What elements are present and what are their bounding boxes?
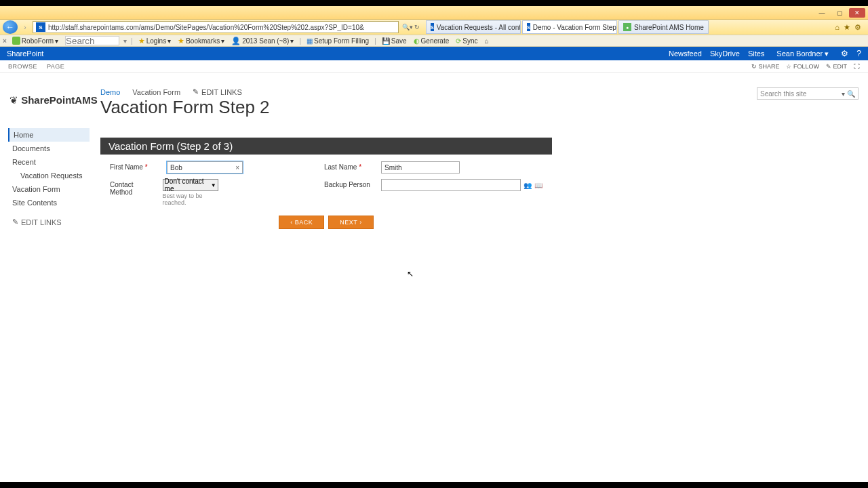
search-icon[interactable]: 🔍 bbox=[847, 90, 855, 98]
save-label: Save bbox=[391, 37, 407, 45]
roboform-icon bbox=[12, 37, 20, 45]
follow-button[interactable]: ☆ FOLLOW bbox=[786, 63, 819, 70]
identity-label: 2013 Sean (~8) bbox=[242, 37, 289, 45]
tab-browse[interactable]: BROWSE bbox=[8, 63, 37, 70]
forward-icon[interactable]: › bbox=[20, 20, 30, 34]
tools-icon[interactable]: ⚙ bbox=[854, 23, 861, 32]
toolbar-close-icon[interactable]: × bbox=[3, 37, 7, 45]
disk-icon: 💾 bbox=[382, 37, 390, 45]
focus-icon[interactable]: ⛶ bbox=[854, 63, 860, 70]
form-header: Vacation Form (Step 2 of 3) bbox=[100, 138, 552, 155]
backup-person-input[interactable] bbox=[381, 179, 521, 191]
sync-button[interactable]: ⟳Sync bbox=[454, 37, 479, 45]
refresh-icon[interactable]: ↻ bbox=[414, 24, 420, 30]
browser-window: — ▢ ✕ ← › S http://staff.sharepointams.c… bbox=[0, 6, 868, 482]
browse-icon[interactable]: 📖 bbox=[534, 182, 542, 189]
search-dropdown-icon[interactable]: 🔍▾ bbox=[402, 24, 413, 30]
contact-method-select[interactable]: Don't contact me ▼ bbox=[163, 179, 218, 191]
home-icon: ⌂ bbox=[485, 37, 489, 45]
suite-brand[interactable]: SharePoint bbox=[7, 49, 669, 58]
url-text: http://staff.sharepointams.com/ams/Demo/… bbox=[48, 24, 364, 31]
tab-label: SharePoint AMS Home bbox=[634, 24, 704, 31]
letterbox-top bbox=[0, 0, 868, 6]
identity-menu[interactable]: 👤2013 Sean (~8) ▾ bbox=[230, 37, 295, 45]
person-icon: 👤 bbox=[231, 37, 241, 45]
skydrive-link[interactable]: SkyDrive bbox=[710, 49, 740, 58]
home-icon[interactable]: ⌂ bbox=[835, 23, 840, 32]
site-logo[interactable]: ❦ SharePointAMS bbox=[9, 94, 98, 106]
contact-method-value: Don't contact me bbox=[165, 178, 211, 192]
star-icon: ★ bbox=[138, 37, 145, 45]
share-button[interactable]: ↻ SHARE bbox=[751, 63, 780, 70]
last-name-label: Last Name * bbox=[324, 161, 376, 171]
save-button[interactable]: 💾Save bbox=[380, 37, 408, 45]
back-button[interactable]: ‹ BACK bbox=[279, 216, 324, 229]
roboform-toolbar: × RoboForm ▾ ▾ | ★Logins ▾ ★Bookmarks ▾ … bbox=[0, 35, 868, 47]
generate-label: Generate bbox=[421, 37, 450, 45]
roboform-search-input[interactable] bbox=[65, 36, 119, 45]
sidebar-item-recent[interactable]: Recent bbox=[8, 155, 90, 169]
sidebar-item-vacation-requests[interactable]: Vacation Requests bbox=[8, 169, 90, 182]
address-input[interactable]: S http://staff.sharepointams.com/ams/Dem… bbox=[33, 21, 399, 33]
sidebar-item-site-contents[interactable]: Site Contents bbox=[8, 196, 90, 209]
edit-button[interactable]: ✎ EDIT bbox=[826, 63, 847, 70]
ribbon: BROWSE PAGE ↻ SHARE ☆ FOLLOW ✎ EDIT ⛶ bbox=[0, 60, 868, 73]
maximize-button[interactable]: ▢ bbox=[831, 8, 848, 18]
backup-person-label: Backup Person bbox=[324, 179, 376, 188]
form-body: First Name * Bob × Last Name * Smith bbox=[100, 155, 552, 241]
search-dropdown-icon[interactable]: ▾ bbox=[842, 90, 845, 98]
first-name-label: First Name * bbox=[110, 161, 161, 171]
sync-icon: ⟳ bbox=[456, 37, 461, 45]
pencil-icon: ✎ bbox=[12, 218, 18, 226]
tab-favicon-icon: S bbox=[527, 23, 530, 31]
letterbox-bottom bbox=[0, 482, 868, 488]
close-button[interactable]: ✕ bbox=[849, 8, 865, 18]
tab-label: Vacation Requests - All contacts bbox=[437, 24, 521, 31]
first-name-input[interactable]: Bob × bbox=[167, 161, 243, 174]
address-controls: 🔍▾ ↻ bbox=[401, 24, 420, 30]
sync-label: Sync bbox=[462, 37, 477, 45]
edit-links-button[interactable]: ✎EDIT LINKS bbox=[193, 87, 242, 96]
window-titlebar[interactable]: — ▢ ✕ bbox=[0, 6, 868, 20]
back-icon[interactable]: ← bbox=[3, 20, 18, 34]
clear-icon[interactable]: × bbox=[235, 164, 239, 171]
user-menu[interactable]: Sean Bordner ▾ bbox=[772, 49, 833, 58]
breadcrumb-demo[interactable]: Demo bbox=[100, 88, 120, 96]
first-name-value: Bob bbox=[170, 164, 182, 171]
tab-vacation-requests[interactable]: S Vacation Requests - All contacts bbox=[426, 20, 521, 34]
bookmarks-menu[interactable]: ★Bookmarks ▾ bbox=[176, 37, 226, 45]
tab-page[interactable]: PAGE bbox=[47, 63, 64, 70]
help-icon[interactable]: ? bbox=[856, 49, 861, 58]
edit-links-button[interactable]: ✎EDIT LINKS bbox=[8, 215, 90, 229]
mouse-cursor: ↖ bbox=[407, 269, 414, 279]
logins-menu[interactable]: ★Logins ▾ bbox=[137, 37, 172, 45]
favorites-icon[interactable]: ★ bbox=[844, 23, 850, 32]
setup-label: Setup Form Filling bbox=[314, 37, 369, 45]
setup-form-filling[interactable]: ▦Setup Form Filling bbox=[305, 37, 370, 45]
bookmarks-label: Bookmarks bbox=[186, 37, 220, 45]
tab-vacation-form-step-2[interactable]: S Demo - Vacation Form Step 2 × bbox=[522, 20, 617, 34]
search-input[interactable]: Search this site ▾🔍 bbox=[757, 87, 859, 100]
form-icon: ▦ bbox=[307, 37, 313, 45]
page-content: ❦ SharePointAMS Demo Vacation Form ✎EDIT… bbox=[0, 73, 868, 482]
newsfeed-link[interactable]: Newsfeed bbox=[669, 49, 702, 58]
roboform-menu[interactable]: RoboForm ▾ bbox=[11, 37, 60, 45]
settings-icon[interactable]: ⚙ bbox=[841, 49, 848, 58]
breadcrumb: Demo Vacation Form ✎EDIT LINKS bbox=[100, 87, 242, 96]
suite-bar: SharePoint Newsfeed SkyDrive Sites Sean … bbox=[0, 47, 868, 60]
home-button[interactable]: ⌂ bbox=[484, 37, 490, 45]
sidebar-item-documents[interactable]: Documents bbox=[8, 142, 90, 155]
breadcrumb-vacation-form[interactable]: Vacation Form bbox=[132, 88, 180, 96]
sidebar-item-home[interactable]: Home bbox=[8, 128, 90, 142]
next-button[interactable]: NEXT › bbox=[328, 216, 373, 229]
logins-label: Logins bbox=[146, 37, 166, 45]
sites-link[interactable]: Sites bbox=[748, 49, 764, 58]
generate-button[interactable]: ◐Generate bbox=[412, 37, 451, 45]
search-dropdown-icon[interactable]: ▾ bbox=[123, 37, 127, 45]
sidebar-item-vacation-form[interactable]: Vacation Form bbox=[8, 182, 90, 196]
form-panel: Vacation Form (Step 2 of 3) First Name *… bbox=[100, 138, 552, 241]
check-names-icon[interactable]: 👥 bbox=[524, 182, 532, 189]
tab-sharepoint-ams-home[interactable]: ● SharePoint AMS Home bbox=[618, 20, 709, 34]
last-name-input[interactable]: Smith bbox=[381, 161, 460, 174]
minimize-button[interactable]: — bbox=[814, 8, 830, 18]
